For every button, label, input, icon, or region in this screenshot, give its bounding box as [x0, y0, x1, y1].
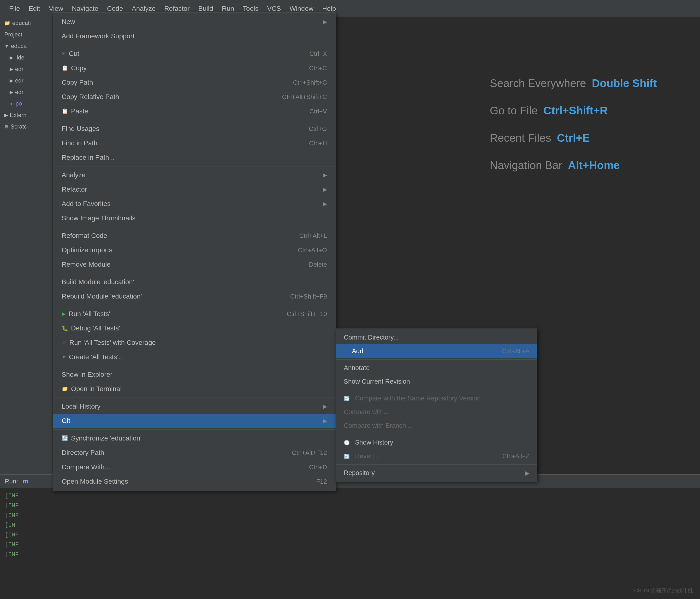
menu-item-paste-label: 📋 Paste — [61, 107, 88, 115]
menu-item-directory-path[interactable]: Directory Path Ctrl+Alt+F12 — [53, 445, 335, 460]
menu-item-debug-tests[interactable]: 🐛 Debug 'All Tests' — [53, 321, 335, 336]
sidebar-tree-edr3[interactable]: ▶ edr — [0, 86, 53, 98]
submenu-compare-with-label: Compare with... — [344, 408, 389, 416]
menu-item-paste-shortcut: Ctrl+V — [309, 108, 327, 115]
menu-item-build-module[interactable]: Build Module 'education' — [53, 275, 335, 289]
submenu-revert[interactable]: 🔄 Revert... Ctrl+Alt+Z — [336, 449, 537, 463]
menu-item-analyze[interactable]: Analyze ▶ — [53, 168, 335, 182]
submenu-add-shortcut: Ctrl+Alt+A — [502, 348, 529, 355]
sidebar-tree-ide[interactable]: ▶ .ide — [0, 52, 53, 63]
sidebar-tree-extern[interactable]: ▶ Extern — [0, 109, 53, 121]
menu-item-reformat-code-shortcut: Ctrl+Alt+L — [299, 232, 327, 239]
menu-item-remove-module-shortcut: Delete — [309, 261, 327, 268]
menu-item-find-in-path-label: Find in Path... — [61, 139, 103, 147]
hint-nav-bar: Navigation Bar Alt+Home — [490, 159, 657, 172]
cut-icon: ✂ — [61, 51, 66, 57]
copy-icon: 📋 — [61, 65, 68, 71]
submenu-compare-with-branch[interactable]: Compare with Branch... — [336, 419, 537, 433]
divider-3 — [53, 166, 335, 166]
menu-item-refactor[interactable]: Refactor ▶ — [53, 182, 335, 197]
tree-edr1-label: edr — [15, 66, 24, 72]
sidebar-tree-edr1[interactable]: ▶ edr — [0, 63, 53, 75]
menu-item-remove-module[interactable]: Remove Module Delete — [53, 257, 335, 272]
menu-item-copy-relative-path[interactable]: Copy Relative Path Ctrl+Alt+Shift+C — [53, 90, 335, 104]
menu-item-add-to-favorites[interactable]: Add to Favorites ▶ — [53, 197, 335, 211]
sidebar-tree-root[interactable]: ▼ educa — [0, 40, 53, 52]
menu-item-copy-path[interactable]: Copy Path Ctrl+Shift+C — [53, 75, 335, 90]
sidebar-project-icon[interactable]: 📁 educati — [0, 17, 53, 29]
menu-item-new[interactable]: New ▶ — [53, 15, 335, 29]
menu-item-run-tests[interactable]: ▶ Run 'All Tests' Ctrl+Shift+F10 — [53, 307, 335, 321]
menu-item-create-tests[interactable]: ✦ Create 'All Tests'... — [53, 350, 335, 364]
menu-item-replace-in-path[interactable]: Replace in Path... — [53, 150, 335, 165]
submenu-add-label: + Add — [344, 347, 364, 355]
menu-item-show-in-explorer[interactable]: Show in Explorer — [53, 367, 335, 382]
menu-item-synchronize[interactable]: 🔄 Synchronize 'education' — [53, 431, 335, 445]
submenu-revert-shortcut: Ctrl+Alt+Z — [502, 453, 529, 460]
revert-icon: 🔄 — [344, 453, 350, 459]
recent-files-label: Recent Files — [490, 131, 551, 145]
menu-item-add-framework[interactable]: Add Framework Support... — [53, 29, 335, 44]
menu-item-open-module-settings[interactable]: Open Module Settings F12 — [53, 474, 335, 489]
run-log-line-6: [INF — [5, 540, 695, 550]
menu-item-paste[interactable]: 📋 Paste Ctrl+V — [53, 104, 335, 119]
submenu-compare-with[interactable]: Compare with... — [336, 405, 537, 419]
submenu-repository-arrow: ▶ — [525, 470, 529, 476]
submenu-compare-with-branch-label: Compare with Branch... — [344, 422, 411, 429]
sidebar-tree-edr2[interactable]: ▶ edr — [0, 75, 53, 86]
menu-item-local-history-arrow: ▶ — [323, 403, 327, 410]
menu-item-optimize-imports[interactable]: Optimize Imports Ctrl+Alt+O — [53, 243, 335, 257]
menu-item-add-framework-label: Add Framework Support... — [61, 32, 140, 40]
menu-item-run-coverage[interactable]: ⚙ Run 'All Tests' with Coverage — [53, 336, 335, 350]
menu-item-local-history-label: Local History — [61, 402, 101, 410]
submenu-add[interactable]: + Add Ctrl+Alt+A — [336, 344, 537, 358]
menu-item-git-arrow: ▶ — [323, 417, 327, 424]
divider-2 — [53, 120, 335, 120]
m-icon: m — [9, 101, 14, 106]
expand-icon: ▼ — [4, 44, 9, 49]
menu-edit[interactable]: Edit — [24, 3, 44, 15]
sidebar-tree-scratch[interactable]: ⚙ Scratc — [0, 121, 53, 132]
menu-item-open-in-terminal[interactable]: 📁 Open in Terminal — [53, 382, 335, 396]
expand-icon-4: ▶ — [9, 78, 13, 83]
compare-repo-icon: 🔄 — [344, 396, 350, 401]
tree-root-label: educa — [11, 43, 27, 49]
menu-item-rebuild-module-label: Rebuild Module 'education' — [61, 292, 142, 300]
menu-item-find-in-path[interactable]: Find in Path... Ctrl+H — [53, 136, 335, 150]
menu-item-copy[interactable]: 📋 Copy Ctrl+C — [53, 61, 335, 75]
menu-item-directory-path-label: Directory Path — [61, 449, 104, 457]
menu-item-synchronize-label: 🔄 Synchronize 'education' — [61, 435, 142, 442]
submenu-compare-same-repo[interactable]: 🔄 Compare with the Same Repository Versi… — [336, 392, 537, 405]
menu-item-cut[interactable]: ✂ Cut Ctrl+X — [53, 47, 335, 61]
menu-item-show-image-thumbnails-label: Show Image Thumbnails — [61, 214, 135, 222]
menu-item-git[interactable]: Git ▶ — [53, 414, 335, 428]
expand-icon-3: ▶ — [9, 66, 13, 72]
folder-icon: 📁 — [4, 20, 10, 26]
menu-item-refactor-arrow: ▶ — [323, 186, 327, 193]
menu-item-find-usages-label: Find Usages — [61, 125, 99, 133]
menu-item-remove-module-label: Remove Module — [61, 261, 110, 268]
menu-item-rebuild-module[interactable]: Rebuild Module 'education' Ctrl+Shift+F9 — [53, 289, 335, 304]
menu-item-analyze-arrow: ▶ — [323, 172, 327, 178]
create-icon: ✦ — [61, 354, 66, 360]
menu-item-add-to-favorites-arrow: ▶ — [323, 201, 327, 207]
menu-item-show-image-thumbnails[interactable]: Show Image Thumbnails — [53, 211, 335, 226]
menu-item-local-history[interactable]: Local History ▶ — [53, 399, 335, 414]
search-everywhere-label: Search Everywhere — [490, 77, 586, 90]
search-everywhere-key: Double Shift — [592, 77, 657, 90]
nav-bar-key: Alt+Home — [568, 159, 620, 172]
menu-item-reformat-code[interactable]: Reformat Code Ctrl+Alt+L — [53, 229, 335, 243]
submenu-annotate[interactable]: Annotate — [336, 361, 537, 375]
sidebar-tree-po[interactable]: m po — [0, 98, 53, 109]
menu-file[interactable]: File — [5, 3, 24, 15]
menu-item-find-usages[interactable]: Find Usages Ctrl+G — [53, 122, 335, 136]
menu-item-build-module-label: Build Module 'education' — [61, 278, 134, 286]
menu-item-compare-with[interactable]: Compare With... Ctrl+D — [53, 460, 335, 474]
menu-item-run-coverage-label: ⚙ Run 'All Tests' with Coverage — [61, 339, 156, 346]
submenu-show-current-revision[interactable]: Show Current Revision — [336, 375, 537, 388]
submenu-repository[interactable]: Repository ▶ — [336, 466, 537, 480]
submenu-show-history[interactable]: 🕐 Show History — [336, 436, 537, 449]
submenu-show-current-revision-label: Show Current Revision — [344, 378, 410, 385]
submenu-commit-directory[interactable]: Commit Directory... — [336, 331, 537, 344]
git-submenu: Commit Directory... + Add Ctrl+Alt+A Ann… — [336, 329, 538, 482]
